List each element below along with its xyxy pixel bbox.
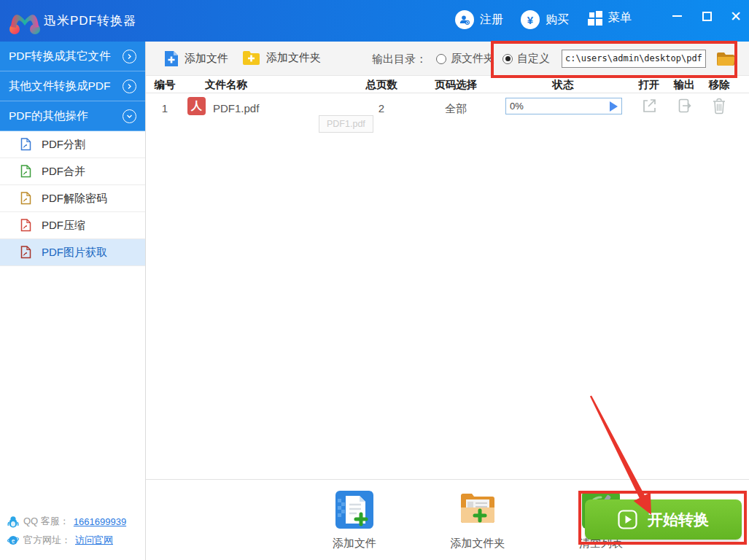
chevron-right-icon bbox=[123, 50, 136, 63]
yen-icon: ¥ bbox=[521, 10, 540, 29]
pdf-doc-icon bbox=[20, 165, 31, 178]
progress-percent: 0% bbox=[510, 101, 524, 112]
pdf-doc-icon bbox=[20, 246, 31, 259]
table-row: 1 ⼈ PDF1.pdf 2 全部 0% bbox=[146, 93, 749, 124]
sidebar-group-label: 其他文件转换成PDF bbox=[9, 79, 111, 94]
open-output-icon[interactable] bbox=[676, 98, 692, 114]
qq-label: QQ 客服： bbox=[23, 515, 69, 528]
register-user-icon bbox=[455, 10, 474, 29]
maximize-icon bbox=[702, 12, 712, 21]
output-dir-label: 输出目录： bbox=[372, 52, 427, 66]
main-area: 添加文件 添加文件夹 输出目录： 原文件夹 自定义 bbox=[146, 42, 749, 560]
sidebar-item-label: PDF合并 bbox=[42, 165, 85, 179]
sidebar-item-pdf-compress[interactable]: PDF压缩 bbox=[0, 212, 145, 239]
qq-icon bbox=[7, 516, 19, 528]
play-icon[interactable] bbox=[610, 101, 618, 112]
menu-button[interactable]: 菜单 bbox=[588, 10, 632, 26]
bottom-add-file-label: 添加文件 bbox=[333, 537, 376, 551]
minimize-icon bbox=[672, 15, 682, 17]
sidebar-group-pdf-other-ops[interactable]: PDF的其他操作 bbox=[0, 101, 145, 131]
row-pages: 2 bbox=[379, 102, 384, 114]
close-icon: ✕ bbox=[730, 9, 742, 23]
filename-tooltip: PDF1.pdf bbox=[319, 115, 373, 133]
start-convert-button[interactable]: 开始转换 bbox=[585, 499, 742, 540]
start-convert-label: 开始转换 bbox=[648, 510, 709, 530]
browse-folder-icon[interactable] bbox=[716, 51, 735, 66]
sidebar-item-pdf-extract-images[interactable]: PDF图片获取 bbox=[0, 239, 145, 266]
radio-circle-checked-icon bbox=[502, 54, 513, 64]
sidebar-group-other-to-pdf[interactable]: 其他文件转换成PDF bbox=[0, 71, 145, 101]
sidebar-item-label: PDF解除密码 bbox=[42, 192, 107, 206]
sidebar-item-label: PDF图片获取 bbox=[42, 246, 107, 260]
sidebar-group-pdf-to-other[interactable]: PDF转换成其它文件 bbox=[0, 42, 145, 71]
pdf-doc-icon bbox=[20, 219, 31, 232]
browser-icon: e bbox=[7, 534, 19, 546]
row-index: 1 bbox=[162, 102, 168, 114]
start-play-icon bbox=[618, 510, 637, 529]
row-page-range[interactable]: 全部 bbox=[445, 102, 467, 116]
col-header-range: 页码选择 bbox=[435, 78, 477, 92]
toolbar: 添加文件 添加文件夹 输出目录： 原文件夹 自定义 bbox=[146, 42, 749, 76]
pdf-doc-icon bbox=[20, 192, 31, 205]
bottom-add-file-button[interactable]: 添加文件 bbox=[314, 490, 395, 551]
table-header: 编号 文件名称 总页数 页码选择 状态 打开 输出 移除 bbox=[146, 76, 749, 93]
close-button[interactable]: ✕ bbox=[721, 0, 749, 32]
add-file-button[interactable]: 添加文件 bbox=[164, 50, 228, 67]
sidebar-item-pdf-split[interactable]: PDF分割 bbox=[0, 131, 145, 158]
col-header-remove: 移除 bbox=[709, 78, 730, 92]
title-bar: 迅米PDF转换器 注册 ¥ 购买 菜单 ✕ bbox=[0, 0, 749, 42]
add-file-label: 添加文件 bbox=[185, 52, 228, 66]
register-label: 注册 bbox=[480, 12, 503, 28]
radio-custom-label: 自定义 bbox=[517, 52, 550, 66]
sidebar-item-label: PDF分割 bbox=[42, 138, 85, 152]
add-file-icon bbox=[164, 50, 179, 67]
qq-number-link[interactable]: 1661699939 bbox=[74, 516, 126, 527]
radio-original-label: 原文件夹 bbox=[451, 52, 494, 66]
open-file-icon[interactable] bbox=[641, 98, 657, 114]
sidebar-group-label: PDF的其他操作 bbox=[9, 109, 88, 124]
bottom-add-folder-button[interactable]: 添加文件夹 bbox=[438, 490, 518, 551]
add-folder-label: 添加文件夹 bbox=[266, 51, 321, 65]
chevron-right-icon bbox=[123, 79, 136, 93]
col-header-index: 编号 bbox=[155, 78, 176, 92]
sidebar: PDF转换成其它文件 其他文件转换成PDF PDF的其他操作 PDF分割 bbox=[0, 42, 146, 560]
bottom-add-folder-label: 添加文件夹 bbox=[451, 537, 505, 551]
row-filename: PDF1.pdf bbox=[213, 102, 259, 114]
pdf-file-icon: ⼈ bbox=[187, 97, 206, 115]
chevron-down-icon bbox=[123, 109, 136, 123]
menu-label: 菜单 bbox=[608, 10, 632, 26]
sidebar-item-label: PDF压缩 bbox=[42, 219, 85, 233]
buy-button[interactable]: ¥ 购买 bbox=[521, 10, 569, 29]
app-title: 迅米PDF转换器 bbox=[44, 12, 136, 29]
buy-label: 购买 bbox=[546, 12, 569, 28]
radio-original-folder[interactable]: 原文件夹 bbox=[436, 52, 494, 66]
sidebar-group-label: PDF转换成其它文件 bbox=[9, 49, 111, 64]
sidebar-footer: QQ 客服： 1661699939 e 官方网址： 访问官网 bbox=[0, 512, 146, 550]
progress-bar: 0% bbox=[505, 98, 622, 114]
add-folder-big-icon bbox=[458, 490, 497, 529]
add-folder-icon bbox=[242, 50, 260, 66]
minimize-button[interactable] bbox=[662, 0, 691, 32]
register-button[interactable]: 注册 bbox=[455, 10, 503, 29]
col-header-open: 打开 bbox=[639, 78, 660, 92]
radio-custom-folder[interactable]: 自定义 bbox=[502, 52, 550, 66]
col-header-output: 输出 bbox=[674, 78, 695, 92]
pdf-doc-icon bbox=[20, 138, 31, 151]
app-logo-icon bbox=[9, 7, 41, 36]
col-header-pages: 总页数 bbox=[365, 78, 397, 92]
bottom-panel: 添加文件 添加文件夹 bbox=[146, 479, 749, 560]
grid-menu-icon bbox=[588, 11, 602, 26]
official-site-link[interactable]: 访问官网 bbox=[75, 534, 113, 547]
delete-icon[interactable] bbox=[712, 98, 726, 114]
maximize-button[interactable] bbox=[692, 0, 721, 32]
col-header-filename: 文件名称 bbox=[205, 78, 247, 92]
add-folder-button[interactable]: 添加文件夹 bbox=[242, 50, 321, 66]
site-label: 官方网址： bbox=[23, 534, 71, 547]
col-header-status: 状态 bbox=[553, 78, 574, 92]
sidebar-item-pdf-remove-password[interactable]: PDF解除密码 bbox=[0, 185, 145, 212]
app-window: 迅米PDF转换器 注册 ¥ 购买 菜单 ✕ P bbox=[0, 0, 749, 560]
radio-circle-icon bbox=[436, 54, 446, 64]
sidebar-item-pdf-merge[interactable]: PDF合并 bbox=[0, 158, 145, 185]
add-file-big-icon bbox=[335, 490, 374, 529]
output-path-input[interactable] bbox=[562, 50, 706, 68]
